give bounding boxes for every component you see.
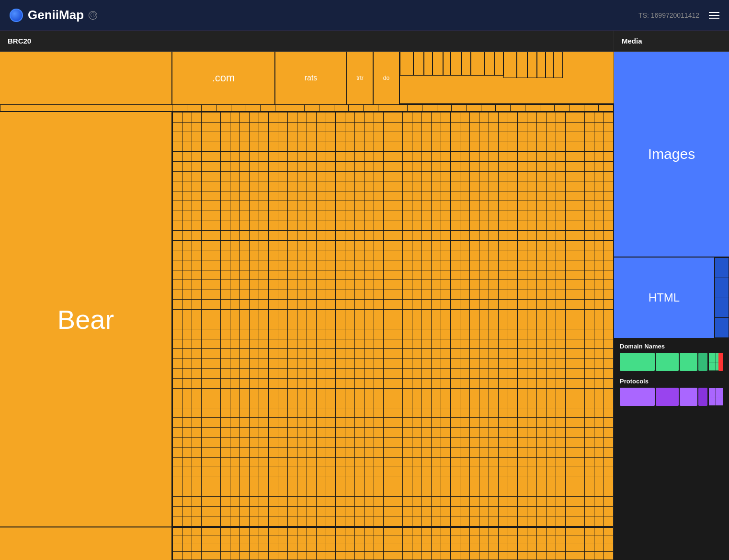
grid-cell xyxy=(288,467,297,477)
grid-cell xyxy=(345,310,354,319)
grid-cell xyxy=(307,398,316,408)
images-cell[interactable]: Images xyxy=(614,52,729,258)
grid-cell xyxy=(527,241,536,250)
grid-cell xyxy=(441,162,450,171)
grid-cell xyxy=(202,201,211,211)
grid-cell xyxy=(403,211,412,221)
grid-cell xyxy=(393,418,402,427)
brc20-do-cell[interactable]: do xyxy=(374,52,400,104)
grid-cell xyxy=(317,379,326,388)
proto-grid-cell-2 xyxy=(716,388,723,397)
grid-cell xyxy=(278,528,287,536)
grid-cell xyxy=(326,487,335,497)
grid-cell xyxy=(336,477,345,487)
grid-cell xyxy=(202,250,211,260)
grid-cell xyxy=(182,300,192,309)
grid-cell xyxy=(384,536,393,544)
grid-cell xyxy=(288,329,297,339)
grid-cell xyxy=(202,142,211,152)
grid-cell xyxy=(451,270,460,280)
grid-cell xyxy=(182,448,192,457)
grid-cell xyxy=(250,438,259,448)
grid-cell xyxy=(355,132,364,142)
grid-cell xyxy=(547,142,556,152)
grid-cell xyxy=(374,349,383,358)
grid-cell xyxy=(221,379,230,388)
grid-cell xyxy=(240,359,249,369)
grid-cell xyxy=(240,448,249,457)
grid-cell xyxy=(604,448,613,457)
grid-cell xyxy=(412,428,421,437)
grid-cell xyxy=(221,528,230,536)
grid-cell xyxy=(221,516,230,526)
grid-cell xyxy=(518,408,527,418)
grid-cell xyxy=(240,379,249,388)
brc20-rats-cell[interactable]: rats xyxy=(275,52,347,104)
grid-cell xyxy=(479,112,489,122)
grid-cell xyxy=(259,467,268,477)
grid-cell xyxy=(403,544,412,552)
grid-cell xyxy=(518,552,527,560)
menu-icon[interactable] xyxy=(709,12,719,19)
brc20-trtr-cell[interactable]: trtr xyxy=(347,52,374,104)
bear-cell[interactable]: Bear xyxy=(0,112,172,526)
grid-cell xyxy=(384,528,393,536)
grid-cell xyxy=(518,241,527,250)
info-icon[interactable]: ⓘ xyxy=(89,11,97,20)
grid-cell xyxy=(230,250,239,260)
grid-cell xyxy=(432,260,441,270)
html-cell[interactable]: HTML xyxy=(614,258,715,338)
grid-cell xyxy=(499,528,508,536)
main-content: BRC20 .com rats trtr do xyxy=(0,31,729,560)
grid-cell xyxy=(173,369,182,378)
grid-cell xyxy=(288,162,297,171)
grid-cell xyxy=(527,544,536,552)
grid-cell xyxy=(250,132,259,142)
grid-cell xyxy=(575,438,584,448)
grid-cell xyxy=(269,536,278,544)
grid-cell xyxy=(422,448,431,457)
grid-cell xyxy=(547,408,556,418)
grid-cell xyxy=(451,369,460,378)
grid-cell xyxy=(336,329,345,339)
grid-cell xyxy=(499,544,508,552)
grid-cell xyxy=(508,339,517,349)
grid-cell xyxy=(604,231,613,240)
grid-cell xyxy=(537,172,546,181)
grid-cell xyxy=(297,250,307,260)
grid-cell xyxy=(240,241,249,250)
grid-cell xyxy=(460,319,469,329)
grid-cell xyxy=(250,319,259,329)
grid-cell xyxy=(499,241,508,250)
grid-cell xyxy=(403,300,412,309)
grid-cell xyxy=(288,359,297,369)
grid-cell xyxy=(288,536,297,544)
grid-cell xyxy=(412,191,421,201)
grid-cell xyxy=(403,528,412,536)
grid-cell xyxy=(202,123,211,132)
grid-cell xyxy=(278,191,287,201)
brc20-com-cell[interactable]: .com xyxy=(172,52,275,104)
grid-cell xyxy=(240,172,249,181)
grid-cell xyxy=(173,467,182,477)
grid-cell xyxy=(460,132,469,142)
grid-cell xyxy=(259,231,268,240)
grid-cell xyxy=(202,398,211,408)
grid-cell xyxy=(240,221,249,231)
grid-cell xyxy=(355,241,364,250)
grid-cell xyxy=(566,528,575,536)
grid-cell xyxy=(556,467,565,477)
grid-cell xyxy=(221,231,230,240)
grid-cell xyxy=(489,379,498,388)
grid-cell xyxy=(393,329,402,339)
grid-cell xyxy=(326,528,335,536)
grid-cell xyxy=(518,270,527,280)
grid-cell xyxy=(211,467,220,477)
grid-cell xyxy=(508,516,517,526)
grid-cell xyxy=(250,112,259,122)
grid-cell xyxy=(250,329,259,339)
grid-cell xyxy=(604,497,613,506)
grid-cell xyxy=(364,260,374,270)
grid-cell xyxy=(297,528,307,536)
grid-cell xyxy=(182,408,192,418)
